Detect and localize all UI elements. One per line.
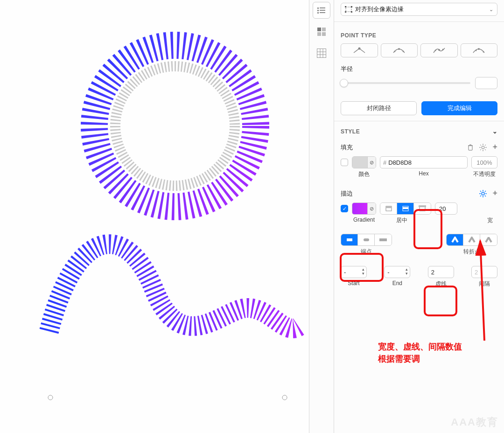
fill-enable-checkbox[interactable] xyxy=(341,159,348,166)
join-miter-icon xyxy=(451,237,459,243)
watermark: AAA教育 xyxy=(451,415,498,429)
pixel-align-dropdown[interactable]: 对齐到全像素边缘 ⌄ xyxy=(341,3,497,16)
view-pixel-grid-button[interactable] xyxy=(313,45,330,62)
svg-point-3 xyxy=(48,395,53,400)
stroke-align-center[interactable] xyxy=(397,203,414,214)
stroke-options-gear-icon[interactable] xyxy=(479,190,487,197)
view-toolbar xyxy=(309,0,334,433)
inspector-panel: 对齐到全像素边缘 ⌄ POINT TYPE 半径 封闭路径 完成编辑 STYLE… xyxy=(334,0,504,433)
gap-input[interactable]: 2 xyxy=(471,266,497,278)
chevron-down-icon[interactable]: ⌄ xyxy=(492,128,498,135)
svg-rect-57 xyxy=(386,206,392,208)
stroke-enable-checkbox[interactable]: ✓ xyxy=(341,205,348,212)
svg-rect-12 xyxy=(322,28,326,31)
svg-line-55 xyxy=(480,196,481,196)
view-list-button[interactable] xyxy=(313,2,330,19)
svg-rect-24 xyxy=(351,11,352,13)
svg-rect-5 xyxy=(317,7,319,9)
stroke-align-segmented[interactable] xyxy=(380,203,431,215)
point-type-mirrored-button[interactable] xyxy=(381,43,418,57)
finish-edit-button[interactable]: 完成编辑 xyxy=(421,101,497,115)
svg-point-27 xyxy=(394,51,396,52)
stroke-align-outside[interactable] xyxy=(414,203,431,214)
arrow-end-input[interactable]: -▴▾ xyxy=(384,266,410,278)
svg-rect-13 xyxy=(317,32,321,36)
radius-slider[interactable] xyxy=(341,82,470,84)
link-icon[interactable]: ⊘ xyxy=(367,157,376,168)
cap-square-icon xyxy=(379,237,387,243)
join-round-icon xyxy=(468,237,476,243)
svg-rect-22 xyxy=(351,6,352,7)
arrow-start-input[interactable]: -▴▾ xyxy=(341,266,367,278)
gear-icon[interactable] xyxy=(479,144,487,151)
grid-icon xyxy=(317,28,326,36)
dash-input[interactable]: 2 xyxy=(428,266,454,278)
point-type-asymmetric-button[interactable] xyxy=(461,43,498,57)
fill-title: 填充 xyxy=(341,143,353,152)
svg-line-44 xyxy=(485,149,486,150)
svg-rect-20 xyxy=(346,7,351,12)
add-fill-button[interactable]: + xyxy=(492,144,497,151)
svg-line-53 xyxy=(485,196,486,196)
join-round[interactable] xyxy=(463,234,480,245)
align-center-icon xyxy=(402,205,409,212)
svg-rect-21 xyxy=(345,6,346,7)
pt-straight-icon xyxy=(353,47,366,54)
stroke-cap-segmented[interactable] xyxy=(341,234,392,246)
stroke-join-segmented[interactable] xyxy=(446,234,497,246)
style-section-title: STYLE xyxy=(341,128,360,135)
view-grid-button[interactable] xyxy=(313,23,330,40)
annotation-text: 宽度、虚线、间隔数值 根据需要调 xyxy=(378,341,462,365)
join-bevel-icon xyxy=(485,237,492,243)
svg-rect-7 xyxy=(317,10,319,11)
align-outside-icon xyxy=(419,205,426,212)
svg-point-25 xyxy=(358,48,360,50)
stroke-width-input[interactable]: 20 xyxy=(435,203,457,215)
close-path-button[interactable]: 封闭路径 xyxy=(341,101,417,115)
cap-round[interactable] xyxy=(358,234,375,245)
cap-butt[interactable] xyxy=(341,234,358,245)
cap-round-icon xyxy=(362,237,371,243)
link-icon[interactable]: ⊘ xyxy=(367,203,376,214)
canvas[interactable] xyxy=(0,0,309,433)
svg-point-4 xyxy=(282,395,287,400)
join-bevel[interactable] xyxy=(480,234,497,245)
bounds-icon xyxy=(345,6,352,13)
fill-opacity-input[interactable]: 100% xyxy=(471,156,497,168)
slider-thumb[interactable] xyxy=(340,79,348,87)
fill-hex-input[interactable]: # D8D8D8 xyxy=(380,156,468,168)
svg-point-0 xyxy=(115,66,235,186)
svg-rect-8 xyxy=(320,10,325,11)
fill-color-swatch[interactable]: ⊘ xyxy=(352,156,376,168)
radius-input[interactable] xyxy=(475,77,497,89)
point-type-disconnected-button[interactable] xyxy=(420,43,458,57)
svg-point-30 xyxy=(434,50,436,51)
pt-asym-icon xyxy=(472,47,485,54)
svg-rect-11 xyxy=(317,28,321,31)
pixel-align-dropdown-label: 对齐到全像素边缘 xyxy=(355,5,404,14)
stroke-color-swatch[interactable]: ⊘ xyxy=(352,203,376,215)
point-type-straight-button[interactable] xyxy=(341,43,378,57)
pt-mirrored-icon xyxy=(392,47,406,54)
trash-icon[interactable] xyxy=(467,144,474,151)
cap-square[interactable] xyxy=(375,234,392,245)
svg-rect-64 xyxy=(379,238,387,241)
svg-point-32 xyxy=(478,48,480,50)
svg-point-26 xyxy=(398,48,400,50)
add-stroke-button[interactable]: + xyxy=(492,190,497,197)
svg-rect-63 xyxy=(364,238,369,241)
canvas-artwork xyxy=(0,0,309,433)
svg-rect-10 xyxy=(320,12,325,13)
svg-point-38 xyxy=(482,146,484,149)
list-icon xyxy=(317,7,326,14)
svg-point-33 xyxy=(476,50,477,51)
pixel-grid-icon xyxy=(317,49,326,58)
svg-rect-35 xyxy=(469,146,472,150)
chevron-down-icon: ⌄ xyxy=(489,7,493,13)
svg-rect-59 xyxy=(403,207,408,209)
point-type-title: POINT TYPE xyxy=(341,32,497,39)
svg-rect-23 xyxy=(345,11,346,13)
join-miter[interactable] xyxy=(447,234,463,245)
stroke-align-inside[interactable] xyxy=(380,203,397,214)
svg-rect-14 xyxy=(322,32,326,36)
